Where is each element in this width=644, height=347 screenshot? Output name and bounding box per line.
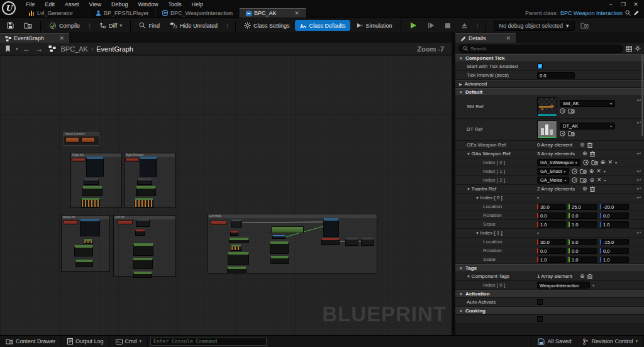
graph-node-grid[interactable] bbox=[231, 245, 242, 251]
graph-node-blues[interactable] bbox=[272, 235, 286, 239]
graph-node-redtop[interactable] bbox=[135, 229, 145, 236]
scale-x-input[interactable]: 1.0 bbox=[537, 221, 566, 228]
graph-node-green[interactable] bbox=[133, 243, 153, 256]
auto-activate-checkbox[interactable] bbox=[537, 299, 543, 305]
tab-close-icon[interactable]: ✕ bbox=[506, 35, 511, 41]
reset-to-default-icon[interactable]: ↩ bbox=[634, 177, 644, 183]
element-options-icon[interactable]: ▾ bbox=[604, 178, 606, 182]
stop-button[interactable] bbox=[440, 21, 455, 31]
graph-node-dark[interactable] bbox=[84, 179, 99, 185]
property-label[interactable]: ▼ GAs Weapon Ref bbox=[455, 151, 537, 157]
output-log-button[interactable]: Output Log bbox=[62, 336, 110, 347]
simulation-button[interactable]: Simulation bbox=[352, 20, 397, 31]
graph-node-blue[interactable] bbox=[86, 157, 104, 177]
section-default[interactable]: ▼ Default bbox=[455, 88, 644, 96]
add-element-icon[interactable]: ⊕ bbox=[580, 273, 585, 279]
ga-select[interactable]: GA_InitWeapon▾ bbox=[537, 159, 580, 166]
index-label[interactable]: ▼ Index [ 0 ] bbox=[455, 195, 537, 201]
find-button[interactable]: Find bbox=[135, 20, 164, 31]
chevron-down-icon[interactable]: ▾ bbox=[537, 231, 539, 235]
edit-icon[interactable] bbox=[633, 10, 639, 16]
delete-element-icon[interactable]: ✕ bbox=[608, 160, 613, 165]
scale-z-input[interactable]: 1.0 bbox=[600, 221, 629, 228]
location-x-input[interactable]: 30.0 bbox=[537, 239, 566, 245]
location-y-input[interactable]: 0.0 bbox=[569, 239, 597, 245]
graph-node-red[interactable] bbox=[63, 220, 78, 224]
window-close-button[interactable]: ✕ bbox=[631, 1, 640, 8]
play-button[interactable] bbox=[405, 19, 422, 31]
add-element-icon[interactable]: ⊕ bbox=[580, 142, 585, 148]
sm-ref-thumbnail[interactable] bbox=[537, 97, 557, 116]
reset-to-default-icon[interactable]: ↩ bbox=[634, 168, 644, 174]
event-graph-canvas[interactable]: BLUEPRINT Right InitRight ReleaseMelee I… bbox=[0, 55, 452, 335]
graph-node-grid[interactable] bbox=[135, 198, 153, 207]
graph-node-redtop[interactable] bbox=[230, 231, 238, 236]
graph-node-greenlong[interactable] bbox=[271, 226, 304, 233]
graph-node-ored[interactable] bbox=[81, 137, 95, 143]
display-filter-icon[interactable] bbox=[626, 46, 632, 52]
details-settings-gear-icon[interactable] bbox=[635, 45, 641, 52]
back-button[interactable]: ← bbox=[23, 45, 31, 53]
rotation-z-input[interactable]: 0.0 bbox=[600, 248, 629, 254]
graph-node-dark[interactable] bbox=[361, 238, 374, 246]
graph-node-blue[interactable] bbox=[323, 218, 339, 237]
bookmark-icon[interactable] bbox=[5, 45, 11, 52]
dt-ref-select[interactable]: DT_AK ▾ bbox=[560, 123, 615, 129]
rotation-y-input[interactable]: 0.0 bbox=[569, 248, 597, 254]
rotation-x-input[interactable]: 0.0 bbox=[537, 248, 566, 254]
graph-node-green[interactable] bbox=[270, 241, 289, 254]
graph-node-green[interactable] bbox=[229, 238, 249, 243]
element-options-icon[interactable]: ▾ bbox=[604, 169, 606, 174]
eject-button[interactable] bbox=[457, 20, 472, 31]
use-selected-icon[interactable] bbox=[560, 131, 565, 136]
all-saved-button[interactable]: All Saved bbox=[531, 336, 577, 347]
browse-to-asset-icon[interactable] bbox=[568, 108, 575, 114]
rotation-z-input[interactable]: 0.0 bbox=[600, 212, 629, 219]
graph-node-dark[interactable] bbox=[136, 219, 150, 227]
property-label[interactable]: ▼ Component Tags bbox=[455, 273, 537, 279]
reset-to-default-icon[interactable]: ↩ bbox=[634, 151, 644, 157]
menu-window[interactable]: Window bbox=[133, 1, 162, 8]
start-tick-checkbox[interactable]: ✓ bbox=[537, 63, 543, 69]
insert-element-icon[interactable]: ⊕ bbox=[589, 177, 594, 183]
reset-to-default-icon[interactable]: ↩ bbox=[634, 195, 644, 201]
graph-node-green[interactable] bbox=[133, 272, 152, 278]
element-options-icon[interactable]: ▾ bbox=[592, 283, 594, 287]
browse-button[interactable] bbox=[19, 20, 36, 31]
ga-select[interactable]: GA_Shoot▾ bbox=[537, 168, 569, 175]
property-label[interactable]: ▼ Tranfm Ref bbox=[455, 186, 537, 192]
graph-node-blue[interactable] bbox=[80, 219, 100, 236]
scale-y-input[interactable]: 1.0 bbox=[569, 221, 597, 228]
forward-button[interactable]: → bbox=[36, 45, 43, 53]
add-element-icon[interactable]: ⊕ bbox=[582, 186, 587, 192]
menu-edit[interactable]: Edit bbox=[41, 1, 60, 8]
debug-browse-button[interactable] bbox=[576, 20, 593, 31]
location-y-input[interactable]: 25.0 bbox=[569, 204, 597, 210]
compile-options-icon[interactable]: ⋮ bbox=[86, 23, 94, 29]
element-options-icon[interactable]: ▾ bbox=[615, 160, 617, 165]
location-x-input[interactable]: 30.0 bbox=[537, 204, 566, 210]
menu-view[interactable]: View bbox=[85, 1, 106, 8]
use-selected-icon[interactable] bbox=[572, 168, 577, 174]
class-defaults-button[interactable]: Class Defaults bbox=[295, 20, 350, 31]
tab-bpc-weaponinteraction[interactable]: BPC_WeaponInteraction bbox=[156, 8, 240, 18]
browse-to-asset-icon[interactable] bbox=[568, 131, 575, 136]
tab-close-icon[interactable]: ✕ bbox=[289, 10, 299, 16]
hide-unrelated-options-icon[interactable]: ⋮ bbox=[223, 23, 231, 29]
sm-ref-select[interactable]: SM_AK ▾ bbox=[560, 100, 615, 107]
trash-icon[interactable] bbox=[587, 273, 592, 279]
graph-node-grid[interactable] bbox=[84, 239, 92, 244]
section-activation[interactable]: ▼ Activation bbox=[455, 290, 644, 298]
dt-ref-thumbnail[interactable] bbox=[537, 120, 557, 139]
class-settings-button[interactable]: Class Settings bbox=[240, 20, 294, 31]
graph-node-grid[interactable] bbox=[81, 198, 100, 207]
section-component-tick[interactable]: ▼ Component Tick bbox=[455, 54, 644, 62]
location-z-input[interactable]: -15.0 bbox=[600, 239, 629, 245]
graph-node-dark[interactable] bbox=[137, 179, 152, 185]
section-cooking[interactable]: ▼ Cooking bbox=[455, 307, 644, 315]
browse-to-asset-icon[interactable] bbox=[591, 160, 598, 165]
insert-element-icon[interactable]: ⊕ bbox=[601, 160, 606, 165]
content-drawer-button[interactable]: Content Drawer bbox=[0, 336, 62, 347]
tab-details[interactable]: Details ✕ bbox=[455, 33, 516, 43]
menu-help[interactable]: Help bbox=[187, 1, 208, 8]
